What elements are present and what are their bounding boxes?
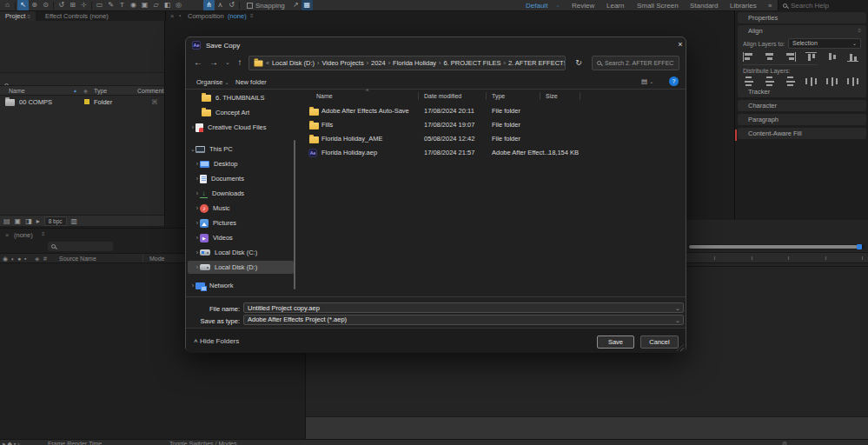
project-item-name[interactable]: 00 COMPS [19, 96, 52, 108]
distribute-right-icon[interactable] [847, 76, 858, 86]
close-icon[interactable]: × [5, 231, 9, 239]
column-type[interactable]: Type [94, 86, 107, 96]
breadcrumb-segment[interactable]: 2. AFTER EFFECTS [508, 59, 566, 67]
column-name[interactable]: Name [9, 86, 25, 96]
sidebar-item-pictures[interactable]: › Pictures [186, 216, 298, 230]
panel-tracker[interactable]: Tracker [738, 86, 866, 97]
breadcrumb-segment[interactable]: Florida Holiday [393, 59, 436, 67]
back-button[interactable]: ← [191, 55, 205, 70]
align-center-h-icon[interactable] [764, 52, 775, 62]
workspace-shared-icon[interactable]: ▫ [557, 3, 559, 9]
breadcrumb-segment[interactable]: 2024 [371, 59, 386, 67]
panel-content-aware-fill[interactable]: Content-Aware Fill [738, 128, 866, 139]
eraser-tool-icon[interactable]: ▱ [150, 0, 162, 10]
save-button[interactable]: Save [597, 335, 634, 349]
sidebar-item-desktop[interactable]: › Desktop [186, 156, 298, 171]
project-settings-icon[interactable]: ▸ [36, 217, 40, 225]
new-folder-icon[interactable]: ▣ [15, 217, 22, 225]
align-right-icon[interactable] [785, 52, 796, 62]
tab-effect-controls[interactable]: Effect Controls (none) [45, 11, 109, 21]
workspace-learn[interactable]: Learn [606, 2, 624, 10]
panel-character[interactable]: Character [738, 100, 866, 111]
gear-icon[interactable]: ⚙ [782, 441, 787, 445]
view-axis-icon[interactable]: ↺ [226, 0, 237, 10]
orbit-tool-icon[interactable]: ↺ [56, 0, 67, 10]
align-bottom-icon[interactable] [847, 52, 858, 62]
distribute-left-icon[interactable] [805, 76, 817, 86]
file-row[interactable]: Adobe After Effects Auto-Save 17/08/2024… [301, 104, 683, 118]
sort-asc-icon[interactable]: ▲ [73, 86, 77, 96]
zoom-tool-icon[interactable]: ⊙ [40, 0, 51, 10]
distribute-center-h-icon[interactable] [826, 76, 838, 86]
mode-column[interactable]: Mode [149, 254, 165, 263]
composition-none-label[interactable]: (none) [228, 11, 247, 21]
grid-view-icon[interactable]: ▦ [301, 0, 313, 10]
hand-tool-icon[interactable]: ⊛ [29, 0, 40, 10]
puppet-tool-icon[interactable]: ◎ [173, 0, 184, 10]
workspace-small-screen[interactable]: Small Screen [637, 2, 679, 10]
pan-behind-tool-icon[interactable]: ⊹ [78, 0, 89, 10]
timeline-ruler[interactable] [686, 252, 868, 263]
source-name-column[interactable]: Source Name [59, 254, 96, 263]
breadcrumb-segment[interactable]: Video Projects [321, 59, 363, 67]
workspace-standard[interactable]: Standard [690, 2, 718, 10]
column-size[interactable]: Size [546, 93, 558, 99]
column-comment[interactable]: Comment [137, 86, 163, 96]
tab-composition[interactable]: Composition [188, 11, 224, 21]
distribute-center-v-icon[interactable] [764, 76, 775, 86]
solo-icon[interactable]: ● [17, 254, 21, 263]
trash-icon[interactable]: ▥ [71, 217, 78, 225]
cancel-button[interactable]: Cancel [640, 335, 679, 349]
file-row[interactable]: Fills 17/08/2024 19:07 File folder [301, 118, 683, 132]
dialog-titlebar[interactable]: Ae Save Copy [186, 37, 686, 53]
distribute-top-icon[interactable] [743, 76, 754, 86]
sidebar-item-concept-art[interactable]: Concept Art [186, 105, 298, 120]
column-type[interactable]: Type [492, 93, 505, 99]
timeline-search[interactable] [48, 242, 113, 251]
project-item-row[interactable]: 00 COMPS Folder ⌘ [0, 96, 164, 108]
organise-button[interactable]: Organise ⌄ [196, 78, 229, 86]
tab-project[interactable]: Project ≡ [0, 11, 36, 21]
sidebar-item-local-disk-c[interactable]: › Local Disk (C:) [186, 245, 298, 260]
align-to-select[interactable]: Selection ⌄ [788, 38, 861, 49]
camera-tool-icon[interactable]: ⊞ [67, 0, 78, 10]
panel-menu-icon[interactable]: ≡ [250, 11, 254, 21]
new-composition-icon[interactable]: ◨ [25, 217, 32, 225]
roto-brush-tool-icon[interactable]: ◧ [162, 0, 173, 10]
interpret-footage-icon[interactable]: ▤ [3, 217, 10, 225]
sidebar-item-creative-cloud[interactable]: › Creative Cloud Files [186, 120, 298, 135]
file-row[interactable]: Florida Holiday_AME 05/08/2024 12:42 Fil… [301, 132, 683, 146]
sidebar-item-documents[interactable]: › Documents [186, 171, 298, 186]
forward-button[interactable]: → [207, 55, 221, 70]
align-center-v-icon[interactable] [826, 52, 838, 62]
align-top-icon[interactable] [805, 52, 817, 62]
audio-icon[interactable]: ◖ [10, 254, 14, 263]
pen-tool-icon[interactable]: ✎ [105, 0, 116, 10]
selection-tool-icon[interactable]: ↖ [17, 0, 29, 10]
label-column-icon[interactable]: ◈ [83, 86, 88, 96]
workspace-overflow-icon[interactable]: » [768, 2, 772, 10]
world-axis-icon[interactable]: ⋏ [215, 0, 226, 10]
breadcrumb-segment[interactable]: Local Disk (D:) [272, 59, 315, 67]
workspace-libraries[interactable]: Libraries [730, 2, 757, 10]
tree-scrollbar[interactable] [294, 140, 295, 289]
sidebar-item-local-disk-d[interactable]: › Local Disk (D:) [186, 260, 298, 275]
bit-depth-button[interactable]: 8 bpc [44, 216, 67, 226]
zoom-fit-icon[interactable]: ↗ [290, 0, 301, 10]
layer-number-column[interactable]: # [43, 254, 47, 263]
panel-paragraph[interactable]: Paragraph [738, 114, 866, 125]
sidebar-item-videos[interactable]: › Videos [186, 230, 298, 245]
hide-folders-button[interactable]: ˄ Hide Folders [194, 337, 239, 345]
column-date-modified[interactable]: Date modified [424, 93, 461, 99]
sidebar-item-music[interactable]: › Music [186, 201, 298, 216]
search-help-input[interactable] [791, 2, 860, 10]
sidebar-item-thumbnails[interactable]: 6. THUMBNAILS [186, 90, 298, 105]
shape-tool-icon[interactable]: ▭ [94, 0, 105, 10]
snapping-checkbox[interactable] [247, 3, 253, 9]
save-as-type-select[interactable]: Adobe After Effects Project (*.aep) [243, 315, 684, 325]
workspace-default[interactable]: Default [526, 2, 547, 10]
column-name[interactable]: Name [316, 93, 333, 99]
brush-tool-icon[interactable]: ◉ [128, 0, 139, 10]
sidebar-item-network[interactable]: › Network [186, 278, 298, 293]
type-tool-icon[interactable]: T [116, 0, 128, 10]
